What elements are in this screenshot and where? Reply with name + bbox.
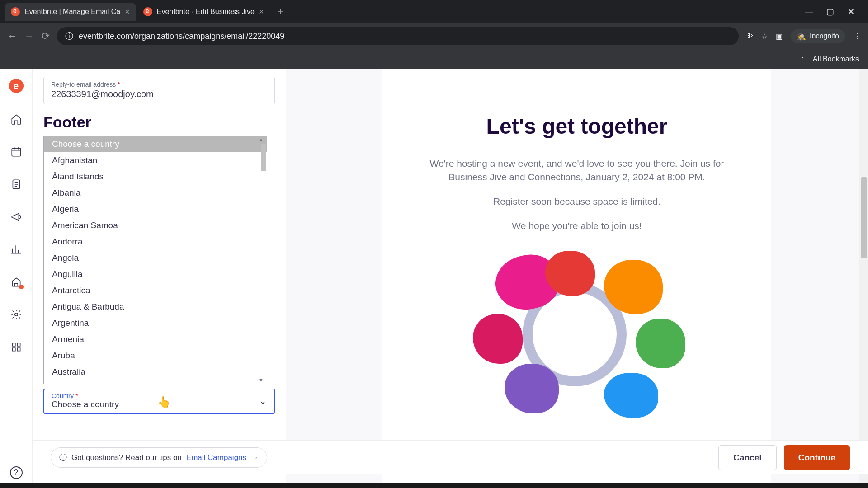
reply-to-label: Reply-to email address * bbox=[51, 81, 267, 88]
url-input[interactable]: ⓘ eventbrite.com/organizations/campaigns… bbox=[57, 27, 739, 45]
continue-button[interactable]: Continue bbox=[784, 445, 850, 470]
listbox-option[interactable]: Armenia bbox=[44, 331, 267, 347]
tab-active[interactable]: Eventbrite | Manage Email Ca × bbox=[5, 3, 136, 21]
close-icon[interactable]: × bbox=[125, 7, 130, 17]
reply-to-field[interactable]: Reply-to email address * 22633391@moodjo… bbox=[43, 77, 275, 104]
svg-rect-5 bbox=[12, 348, 15, 351]
kebab-menu-icon[interactable]: ⋮ bbox=[854, 32, 861, 41]
preview-text-2: Register soon because space is limited. bbox=[410, 195, 744, 208]
listbox-option[interactable]: Australia bbox=[44, 364, 267, 380]
tips-link[interactable]: Email Campaigns bbox=[186, 453, 246, 462]
country-select-label: Country * bbox=[52, 392, 259, 399]
maximize-icon[interactable]: ▢ bbox=[826, 7, 834, 17]
eventbrite-favicon-icon bbox=[11, 7, 20, 16]
home-icon[interactable] bbox=[10, 113, 23, 126]
email-preview-panel: Let's get together We're hosting a new e… bbox=[286, 69, 868, 488]
preview-image bbox=[459, 246, 694, 418]
all-bookmarks-button[interactable]: 🗀 All Bookmarks bbox=[801, 55, 859, 63]
close-icon[interactable]: × bbox=[259, 7, 264, 17]
new-tab-button[interactable]: + bbox=[271, 5, 290, 18]
country-select-value: Choose a country bbox=[52, 399, 259, 409]
icon-sidebar: e ? bbox=[0, 69, 33, 488]
calendar-icon[interactable] bbox=[10, 145, 23, 158]
info-icon: ⓘ bbox=[59, 452, 67, 463]
incognito-icon: 🕵 bbox=[797, 32, 806, 41]
scrollbar-thumb[interactable] bbox=[861, 177, 867, 258]
country-select[interactable]: Country * Choose a country ⌄ 👆 bbox=[43, 389, 275, 414]
listbox-option[interactable]: Austria bbox=[44, 380, 267, 384]
finance-icon[interactable] bbox=[10, 276, 23, 288]
listbox-option[interactable]: American Samoa bbox=[44, 217, 267, 234]
marketing-icon[interactable] bbox=[10, 211, 23, 223]
tab-title: Eventbrite | Manage Email Ca bbox=[24, 8, 120, 16]
settings-gear-icon[interactable] bbox=[10, 308, 23, 321]
arrow-right-icon: → bbox=[251, 453, 259, 462]
reply-to-value: 22633391@moodjoy.com bbox=[51, 89, 267, 99]
address-bar: ← → ⟳ ⓘ eventbrite.com/organizations/cam… bbox=[0, 23, 868, 49]
listbox-option[interactable]: Argentina bbox=[44, 315, 267, 331]
eventbrite-favicon-icon bbox=[143, 7, 152, 16]
close-window-icon[interactable]: ✕ bbox=[848, 7, 854, 17]
side-panel-icon[interactable]: ▣ bbox=[776, 32, 783, 41]
incognito-badge[interactable]: 🕵 Incognito bbox=[791, 29, 845, 43]
url-text: eventbrite.com/organizations/campaigns/e… bbox=[79, 32, 284, 41]
tab-bar: Eventbrite | Manage Email Ca × Eventbrit… bbox=[0, 0, 868, 23]
svg-point-2 bbox=[14, 313, 18, 316]
window-controls: — ▢ ✕ bbox=[805, 7, 863, 17]
bottom-action-bar: ⓘ Got questions? Read our tips on Email … bbox=[33, 440, 868, 474]
footer-heading: Footer bbox=[43, 113, 275, 131]
svg-rect-4 bbox=[17, 343, 20, 346]
reports-icon[interactable] bbox=[10, 243, 23, 256]
listbox-option[interactable]: Antarctica bbox=[44, 282, 267, 299]
page-scrollbar[interactable] bbox=[859, 69, 868, 488]
eventbrite-logo-icon[interactable]: e bbox=[9, 79, 24, 93]
listbox-option[interactable]: Angola bbox=[44, 250, 267, 266]
scrollbar-thumb[interactable] bbox=[261, 144, 266, 171]
apps-grid-icon[interactable] bbox=[10, 341, 23, 353]
os-taskbar bbox=[0, 483, 868, 488]
tab-title: Eventbrite - Edit Business Jive bbox=[157, 8, 255, 16]
all-bookmarks-label: All Bookmarks bbox=[813, 55, 859, 63]
bookmarks-bar: 🗀 All Bookmarks bbox=[0, 49, 868, 69]
listbox-option[interactable]: Afghanistan bbox=[44, 152, 267, 169]
chevron-down-icon: ⌄ bbox=[259, 395, 267, 407]
incognito-label: Incognito bbox=[810, 32, 839, 40]
preview-text-3: We hope you're able to join us! bbox=[410, 219, 744, 233]
back-icon[interactable]: ← bbox=[7, 30, 17, 42]
svg-rect-6 bbox=[17, 348, 20, 351]
browser-chrome: Eventbrite | Manage Email Ca × Eventbrit… bbox=[0, 0, 868, 69]
preview-title: Let's get together bbox=[410, 114, 744, 139]
orders-icon[interactable] bbox=[10, 178, 23, 191]
listbox-option[interactable]: Algeria bbox=[44, 201, 267, 217]
listbox-option[interactable]: Andorra bbox=[44, 234, 267, 250]
preview-text-1: We're hosting a new event, and we'd love… bbox=[410, 157, 744, 184]
tips-pill[interactable]: ⓘ Got questions? Read our tips on Email … bbox=[51, 447, 267, 468]
listbox-option[interactable]: Albania bbox=[44, 185, 267, 201]
listbox-option[interactable]: Åland Islands bbox=[44, 169, 267, 185]
listbox-option-placeholder[interactable]: Choose a country bbox=[44, 136, 267, 152]
tab-inactive[interactable]: Eventbrite - Edit Business Jive × bbox=[137, 3, 270, 21]
reload-icon[interactable]: ⟳ bbox=[42, 30, 50, 42]
forward-icon: → bbox=[24, 30, 34, 42]
listbox-scrollbar[interactable] bbox=[257, 136, 267, 384]
preview-card: Let's get together We're hosting a new e… bbox=[382, 69, 771, 488]
bookmark-star-icon[interactable]: ☆ bbox=[761, 32, 768, 41]
form-panel: Reply-to email address * 22633391@moodjo… bbox=[33, 69, 286, 488]
cancel-button[interactable]: Cancel bbox=[718, 445, 776, 470]
listbox-option[interactable]: Aruba bbox=[44, 347, 267, 364]
country-listbox[interactable]: Choose a country Afghanistan Åland Islan… bbox=[43, 136, 267, 384]
listbox-option[interactable]: Anguilla bbox=[44, 266, 267, 282]
svg-rect-3 bbox=[12, 343, 15, 346]
help-icon[interactable]: ? bbox=[10, 466, 23, 479]
minimize-icon[interactable]: — bbox=[805, 7, 813, 17]
folder-icon: 🗀 bbox=[801, 55, 808, 63]
listbox-option[interactable]: Antigua & Barbuda bbox=[44, 299, 267, 315]
svg-rect-0 bbox=[12, 148, 21, 156]
tips-text: Got questions? Read our tips on bbox=[71, 453, 182, 462]
eye-off-icon[interactable]: 👁 bbox=[746, 32, 753, 40]
page-content: e ? Reply-to email address * 22633391@mo… bbox=[0, 69, 868, 488]
site-info-icon[interactable]: ⓘ bbox=[65, 31, 73, 42]
